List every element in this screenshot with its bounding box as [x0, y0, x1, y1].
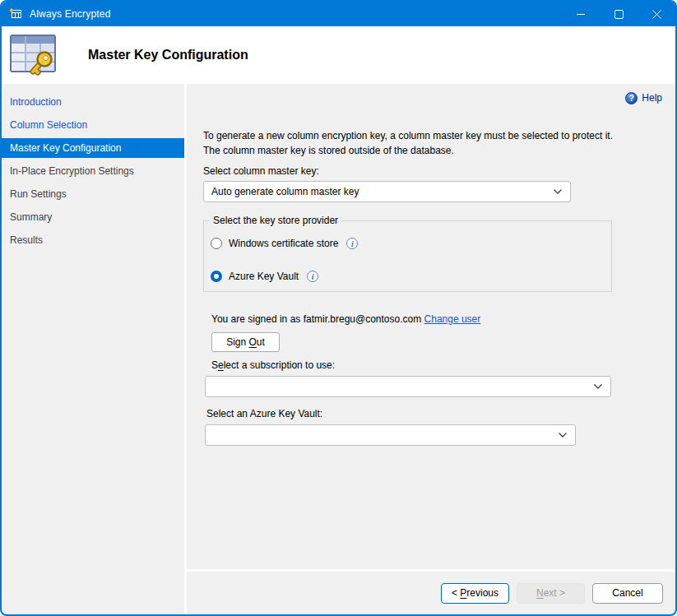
sign-out-button[interactable]: Sign Out — [211, 332, 280, 352]
sidebar-item-results[interactable]: Results — [2, 229, 184, 252]
info-icon[interactable]: i — [346, 238, 358, 249]
close-icon[interactable] — [638, 2, 675, 26]
windows-certificate-store-label: Windows certificate store — [229, 238, 338, 249]
chevron-down-icon — [553, 188, 563, 195]
key-store-provider-group: Select the key store provider Windows ce… — [203, 220, 612, 292]
subscription-dropdown[interactable] — [205, 376, 611, 397]
chevron-down-icon — [593, 383, 603, 390]
key-vault-dropdown[interactable] — [205, 424, 576, 446]
wizard-header: Master Key Configuration — [2, 26, 675, 84]
signed-in-text: You are signed in as fatmir.bregu@contos… — [211, 313, 421, 325]
window-controls — [562, 2, 675, 26]
key-store-provider-group-label: Select the key store provider — [210, 215, 341, 226]
key-vault-label: Select an Azure Key Vault: — [206, 408, 662, 419]
title-bar: Always Encrypted — [2, 2, 675, 26]
sidebar-item-summary[interactable]: Summary — [2, 206, 184, 229]
minimize-icon[interactable] — [562, 2, 600, 26]
master-key-dropdown-value: Auto generate column master key — [211, 186, 359, 197]
radio-unchecked-icon[interactable] — [211, 238, 222, 249]
help-icon: ? — [625, 92, 638, 104]
sidebar-item-master-key-configuration[interactable]: Master Key Configuration — [2, 138, 184, 158]
windows-certificate-store-option[interactable]: Windows certificate store i — [211, 238, 611, 249]
table-key-icon — [9, 7, 22, 21]
master-key-label: Select column master key: — [203, 165, 662, 177]
signed-in-status: You are signed in as fatmir.bregu@contos… — [211, 313, 662, 325]
always-encrypted-wizard-window: Always Encrypted — [0, 0, 677, 616]
maximize-icon[interactable] — [600, 2, 638, 26]
wizard-body: Introduction Column Selection Master Key… — [2, 84, 675, 614]
intro-text: To generate a new column encryption key,… — [203, 128, 626, 158]
master-key-dropdown[interactable]: Auto generate column master key — [203, 181, 571, 202]
sidebar-item-introduction[interactable]: Introduction — [2, 90, 184, 113]
help-link[interactable]: Help — [642, 92, 662, 104]
azure-key-vault-option[interactable]: Azure Key Vault i — [211, 271, 611, 282]
chevron-down-icon — [558, 432, 568, 438]
page-title: Master Key Configuration — [88, 48, 248, 63]
change-user-link[interactable]: Change user — [424, 313, 481, 325]
info-icon[interactable]: i — [307, 271, 318, 282]
sidebar-item-in-place-encryption-settings[interactable]: In-Place Encryption Settings — [2, 160, 184, 183]
wizard-steps-sidebar: Introduction Column Selection Master Key… — [2, 84, 184, 614]
previous-button[interactable]: < Previous — [441, 583, 509, 604]
cancel-button[interactable]: Cancel — [592, 583, 663, 604]
azure-key-vault-label: Azure Key Vault — [229, 271, 299, 282]
sidebar-item-column-selection[interactable]: Column Selection — [2, 113, 184, 137]
next-button[interactable]: Next > — [517, 583, 585, 604]
window-title: Always Encrypted — [30, 8, 111, 20]
table-key-icon — [8, 32, 61, 78]
subscription-label: Select a subscription to use: — [211, 359, 662, 371]
wizard-footer: < Previous Next > Cancel — [187, 572, 675, 614]
sidebar-item-run-settings[interactable]: Run Settings — [2, 183, 184, 206]
main-panel: ? Help To generate a new column encrypti… — [187, 84, 675, 614]
radio-checked-icon[interactable] — [211, 271, 222, 282]
help-row: ? Help — [203, 90, 662, 105]
master-key-configuration-page: ? Help To generate a new column encrypti… — [187, 84, 675, 569]
